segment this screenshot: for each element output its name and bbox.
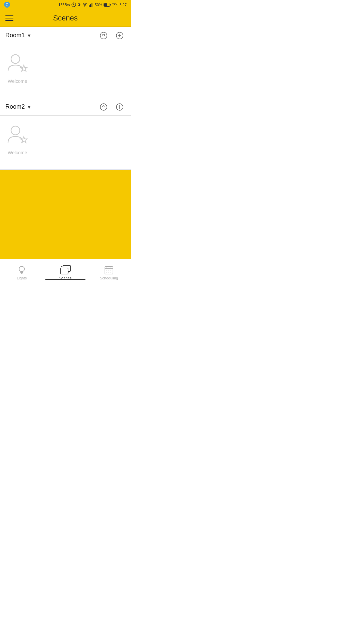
svg-point-14 [11, 55, 20, 63]
room1-actions [98, 30, 125, 41]
room2-label[interactable]: Room2 ▼ [5, 103, 98, 110]
svg-point-38 [111, 272, 111, 272]
room1-scene-welcome-label: Welcome [8, 78, 27, 84]
status-bar: G 156B/s [0, 0, 131, 9]
room1-name: Room1 [5, 32, 25, 39]
room1-scene-welcome[interactable]: Welcome [5, 51, 29, 88]
app-icon: G [4, 2, 10, 8]
svg-point-16 [100, 104, 107, 110]
svg-rect-5 [91, 3, 92, 7]
scenes-icon-container [61, 265, 70, 275]
add-icon-2 [116, 103, 124, 111]
svg-point-35 [111, 270, 111, 270]
room2-scene-welcome-icon [5, 122, 29, 147]
nav-scheduling-label: Scheduling [100, 276, 118, 280]
svg-marker-15 [20, 65, 27, 71]
app-header: Scenes [0, 9, 131, 27]
network-speed: 156B/s [58, 3, 70, 7]
room1-scene-welcome-icon [5, 51, 29, 75]
room2-reset-button[interactable] [98, 101, 109, 113]
room2-actions [98, 101, 125, 113]
scheduling-icon-container [104, 265, 114, 275]
signal-icon [89, 3, 94, 7]
main-content: Room1 ▼ [0, 27, 131, 283]
svg-point-34 [109, 270, 109, 270]
nav-lights-label: Lights [17, 276, 26, 280]
room2-name: Room2 [5, 103, 25, 110]
refresh-icon [100, 32, 108, 40]
svg-rect-4 [90, 4, 91, 7]
menu-button[interactable] [5, 15, 13, 21]
svg-point-37 [109, 272, 109, 272]
room2-dropdown-arrow: ▼ [27, 104, 32, 110]
nav-scheduling[interactable]: Scheduling [87, 263, 131, 280]
svg-marker-1 [73, 3, 74, 5]
svg-point-20 [11, 126, 20, 135]
svg-marker-21 [20, 137, 27, 143]
svg-point-10 [100, 32, 107, 39]
scenes-stack-icon [60, 265, 70, 275]
room1-add-button[interactable] [114, 30, 125, 41]
svg-point-33 [107, 270, 107, 270]
add-icon [116, 32, 124, 40]
yellow-filler [0, 170, 131, 264]
battery-icon [104, 3, 111, 7]
room2-header: Room2 ▼ [0, 98, 131, 116]
room1-scene-area: Welcome [0, 44, 131, 98]
room1-section: Room1 ▼ [0, 27, 131, 98]
svg-rect-28 [61, 268, 68, 274]
svg-rect-3 [89, 5, 90, 7]
room2-section: Room2 ▼ [0, 98, 131, 170]
bottom-nav: Lights Scenes [0, 259, 131, 283]
svg-point-2 [84, 6, 85, 7]
lightbulb-icon [17, 265, 26, 275]
page-title: Scenes [53, 14, 77, 22]
room2-scene-welcome-label: Welcome [8, 150, 27, 155]
wifi-icon [82, 3, 87, 7]
room2-scene-welcome[interactable]: Welcome [5, 122, 29, 159]
app-container: G 156B/s [0, 0, 131, 283]
room1-dropdown-arrow: ▼ [27, 33, 32, 38]
room1-header: Room1 ▼ [0, 27, 131, 44]
bluetooth-icon [77, 2, 81, 7]
room2-scene-area: Welcome [0, 116, 131, 169]
battery-percent: 50% [95, 3, 102, 7]
room1-reset-button[interactable] [98, 30, 109, 41]
scheduling-icon [104, 265, 114, 275]
svg-point-36 [107, 272, 107, 272]
status-bar-left: G [4, 2, 10, 8]
refresh-icon-2 [100, 103, 108, 111]
svg-rect-6 [92, 3, 93, 7]
active-tab-indicator [45, 279, 85, 280]
svg-rect-9 [110, 4, 111, 6]
room1-label[interactable]: Room1 ▼ [5, 32, 98, 39]
compass-icon [71, 2, 76, 7]
room2-add-button[interactable] [114, 101, 125, 113]
status-bar-right: 156B/s 50% [58, 2, 127, 7]
nav-scenes[interactable]: Scenes [44, 263, 87, 280]
time-display: 下午8:27 [112, 2, 127, 7]
nav-lights[interactable]: Lights [0, 263, 44, 280]
lights-icon-container [17, 265, 26, 275]
svg-rect-8 [104, 3, 107, 6]
svg-point-22 [19, 266, 24, 272]
